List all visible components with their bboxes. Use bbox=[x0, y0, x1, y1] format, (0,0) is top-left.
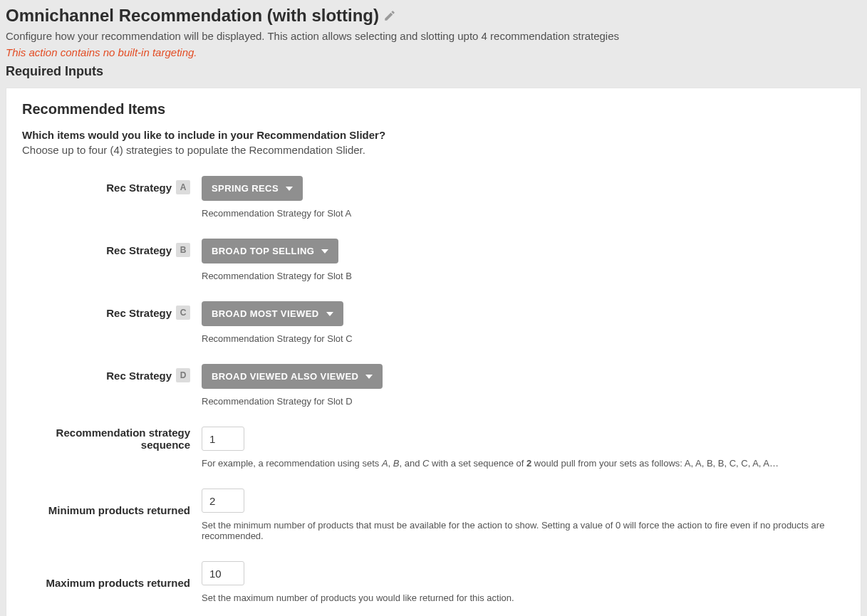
strategy-b-dropdown[interactable]: BROAD TOP SELLING bbox=[202, 239, 338, 263]
strategy-c-help: Recommendation Strategy for Slot C bbox=[202, 333, 845, 344]
panel-instruction: Choose up to four (4) strategies to popu… bbox=[22, 144, 845, 156]
strategy-c-label: Rec Strategy bbox=[106, 307, 172, 319]
strategy-d-dropdown[interactable]: BROAD VIEWED ALSO VIEWED bbox=[202, 364, 383, 389]
page-title: Omnichannel Recommendation (with slottin… bbox=[6, 6, 379, 26]
min-input[interactable] bbox=[202, 489, 244, 513]
max-input[interactable] bbox=[202, 561, 244, 585]
chevron-down-icon bbox=[286, 185, 293, 192]
sequence-input[interactable] bbox=[202, 427, 244, 451]
strategy-c-value: BROAD MOST VIEWED bbox=[212, 308, 319, 319]
strategy-a-help: Recommendation Strategy for Slot A bbox=[202, 208, 845, 219]
panel-question: Which items would you like to include in… bbox=[22, 129, 845, 141]
recommended-items-panel: Recommended Items Which items would you … bbox=[6, 88, 861, 616]
strategy-b-value: BROAD TOP SELLING bbox=[212, 246, 314, 256]
strategy-d-help: Recommendation Strategy for Slot D bbox=[202, 396, 845, 407]
strategy-a-dropdown[interactable]: SPRING RECS bbox=[202, 176, 303, 201]
min-label: Minimum products returned bbox=[48, 504, 190, 516]
page-subtitle: Configure how your recommendation will b… bbox=[6, 30, 861, 42]
strategy-b-help: Recommendation Strategy for Slot B bbox=[202, 271, 845, 281]
strategy-c-dropdown[interactable]: BROAD MOST VIEWED bbox=[202, 301, 343, 326]
strategy-d-label: Rec Strategy bbox=[106, 370, 172, 382]
chevron-down-icon bbox=[321, 248, 328, 255]
min-help: Set the minimum number of products that … bbox=[202, 520, 829, 541]
strategy-a-label: Rec Strategy bbox=[106, 182, 172, 194]
max-label: Maximum products returned bbox=[46, 577, 190, 589]
required-inputs-heading: Required Inputs bbox=[6, 64, 861, 79]
edit-icon[interactable] bbox=[383, 9, 396, 22]
slot-a-badge: A bbox=[176, 180, 190, 194]
slot-b-badge: B bbox=[176, 243, 190, 257]
panel-heading: Recommended Items bbox=[22, 101, 845, 118]
strategy-d-value: BROAD VIEWED ALSO VIEWED bbox=[212, 371, 358, 382]
slot-c-badge: C bbox=[176, 306, 190, 320]
chevron-down-icon bbox=[326, 310, 333, 318]
strategy-a-value: SPRING RECS bbox=[212, 183, 279, 194]
targeting-warning: This action contains no built-in targeti… bbox=[6, 46, 861, 58]
chevron-down-icon bbox=[365, 373, 373, 380]
sequence-help: For example, a recommendation using sets… bbox=[202, 458, 829, 469]
slot-d-badge: D bbox=[176, 368, 190, 382]
max-help: Set the maximum number of products you w… bbox=[202, 592, 829, 603]
sequence-label: Recommendation strategy sequence bbox=[22, 427, 190, 451]
strategy-b-label: Rec Strategy bbox=[106, 244, 172, 256]
